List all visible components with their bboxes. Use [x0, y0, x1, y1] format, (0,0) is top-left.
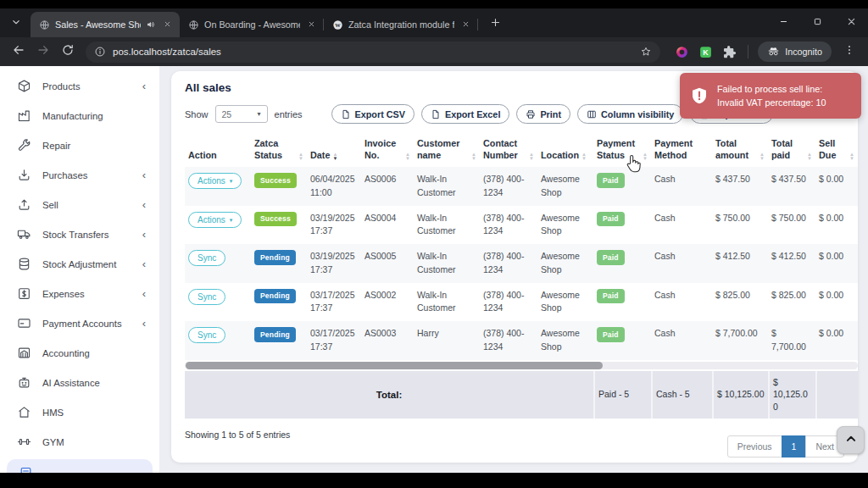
sidebar-item[interactable]: Stock Transfers ‹ — [0, 219, 159, 249]
sort-icon[interactable]: ▲▼ — [849, 152, 854, 160]
browser-tab[interactable]: Sales - Awesome Shop — [31, 12, 180, 37]
row-action-button[interactable]: Sync▾ — [188, 327, 225, 343]
column-header[interactable]: Invoice No. ▲▼ — [361, 137, 414, 167]
sort-icon[interactable]: ▲▼ — [332, 152, 337, 160]
tab-strip: Sales - Awesome Shop On Boarding - Aweso… — [0, 8, 868, 37]
sidebar-item[interactable]: AI Assistance ‹ — [0, 368, 159, 397]
sort-icon[interactable]: ▲▼ — [760, 152, 765, 160]
sidebar-item-label: Products — [42, 81, 81, 92]
reload-button[interactable] — [58, 42, 78, 62]
sidebar-item[interactable]: GYM ‹ — [0, 427, 159, 457]
column-header[interactable]: Customer name ▲▼ — [414, 137, 480, 167]
payment-method-cell: Cash — [651, 244, 712, 283]
sidebar-item[interactable]: Repair ‹ — [0, 130, 159, 160]
sidebar-item-label: Accounting — [42, 348, 90, 358]
customer-cell: Walk-In Customer — [414, 244, 480, 283]
sell-due-cell: $ 0.00 — [815, 206, 858, 245]
pagination: Previous 1 Next — [727, 435, 844, 458]
total-amount-cell: $ 7,700.00 — [712, 321, 768, 360]
export-button[interactable]: Column visibility — [577, 104, 683, 124]
extension-gradient-icon[interactable] — [675, 45, 689, 59]
new-tab-button[interactable] — [485, 14, 505, 34]
info-icon[interactable] — [94, 46, 106, 58]
column-header[interactable]: Action ▲▼ — [185, 149, 251, 167]
column-header[interactable]: Contact Number ▲▼ — [480, 137, 537, 167]
sidebar-item[interactable]: Expenses ‹ — [0, 279, 159, 308]
zatca-status-badge: Pending — [254, 250, 296, 265]
entries-select[interactable]: 25 ▾ — [215, 105, 268, 123]
tab-search-button[interactable] — [7, 14, 25, 33]
browser-tab[interactable]: W Zatca Integration module for U — [324, 12, 478, 37]
tab-close-button[interactable] — [161, 19, 173, 30]
error-toast[interactable]: Failed to process sell line: Invalid VAT… — [680, 73, 861, 119]
export-button[interactable]: Export CSV — [331, 104, 415, 124]
minimize-button[interactable] — [766, 8, 800, 37]
sidebar-item[interactable]: Products ‹ — [0, 71, 159, 101]
row-action-button[interactable]: Actions▾ — [188, 173, 242, 189]
column-header[interactable]: Date ▲▼ — [307, 149, 361, 167]
page-number-button[interactable]: 1 — [782, 435, 807, 458]
column-header[interactable]: Total paid ▲▼ — [768, 137, 815, 167]
export-button[interactable]: Print — [516, 104, 570, 124]
scroll-to-top-button[interactable] — [837, 426, 865, 454]
sidebar-item[interactable]: Manufacturing ‹ — [0, 101, 159, 130]
location-cell: Awesome Shop — [537, 244, 593, 283]
sidebar-item[interactable]: Purchases ‹ — [0, 160, 159, 190]
wordpress-icon: W — [332, 19, 343, 30]
browser-tab[interactable]: On Boarding - Awesome Shop — [180, 12, 324, 37]
maximize-button[interactable] — [800, 8, 834, 37]
column-header[interactable]: Zatca Status ▲▼ — [251, 137, 307, 167]
puzzle-icon[interactable] — [722, 45, 737, 59]
extension-k-icon[interactable]: K — [698, 45, 713, 59]
column-header[interactable]: Payment Method ▲▼ — [651, 137, 712, 167]
table-total-row: Total: Paid - 5 Cash - 5 $ 10,125.00 $ 1… — [185, 371, 858, 419]
row-action-button[interactable]: Actions▾ — [188, 212, 242, 228]
sort-icon[interactable]: ▲▼ — [471, 152, 476, 160]
column-header[interactable]: Payment Status ▲▼ — [593, 137, 651, 167]
row-action-button[interactable]: Sync▾ — [188, 289, 225, 305]
customer-cell: Walk-In Customer — [414, 167, 480, 206]
column-header[interactable]: Total amount ▲▼ — [712, 137, 768, 167]
row-action-button[interactable]: Sync▾ — [188, 250, 225, 266]
zatca-status-badge: Pending — [254, 289, 296, 304]
address-bar[interactable]: pos.localhost/zatca/sales — [86, 42, 660, 63]
export-button[interactable]: Export Excel — [421, 104, 509, 124]
location-cell: Awesome Shop — [537, 167, 593, 206]
contact-cell: (378) 400-1234 — [480, 167, 537, 206]
sort-icon[interactable]: ▲▼ — [807, 152, 812, 160]
sidebar-item[interactable]: Accounting ‹ — [0, 338, 159, 368]
file-icon — [341, 109, 351, 119]
sidebar-item[interactable]: Payment Accounts ‹ — [0, 308, 159, 338]
sidebar-item[interactable]: Sell ‹ — [0, 190, 159, 219]
sort-icon[interactable]: ▲▼ — [529, 152, 534, 160]
tab-close-button[interactable] — [305, 19, 317, 30]
column-header[interactable]: Location ▲▼ — [537, 149, 593, 167]
scrollbar-thumb[interactable] — [186, 362, 603, 369]
menu-button[interactable] — [839, 42, 860, 62]
close-icon — [845, 15, 858, 31]
sales-card: All sales Show 25 ▾ entries Export CSV — [171, 71, 858, 463]
column-header[interactable]: Sell Due ▲▼ — [815, 137, 858, 167]
total-paid-count: Paid - 5 — [593, 371, 651, 419]
sidebar-item-label: Repair — [42, 141, 70, 151]
close-window-button[interactable] — [834, 8, 868, 37]
forward-button[interactable] — [33, 42, 53, 62]
previous-page-button[interactable]: Previous — [727, 435, 782, 458]
bank-icon — [17, 346, 31, 360]
tab-close-button[interactable] — [459, 19, 471, 30]
purchase-icon — [17, 168, 31, 182]
sidebar-item[interactable]: HMS ‹ — [0, 397, 159, 427]
table-row: Sync▾ Pending 03/17/2025 17:37 AS0002 Wa… — [185, 283, 858, 322]
sort-icon[interactable]: ▲▼ — [581, 152, 587, 160]
sidebar-item[interactable]: Stock Adjustment ‹ — [0, 249, 159, 279]
sort-icon[interactable]: ▲▼ — [643, 152, 648, 160]
horizontal-scrollbar[interactable] — [185, 362, 858, 369]
star-icon[interactable] — [640, 46, 652, 58]
customer-cell: Harry — [414, 321, 480, 360]
sort-icon[interactable]: ▲▼ — [298, 152, 303, 160]
sidebar-item-selected[interactable] — [7, 459, 153, 473]
forward-icon — [36, 43, 50, 60]
wrench-icon — [17, 138, 31, 152]
sort-icon[interactable]: ▲▼ — [405, 152, 410, 160]
back-button[interactable] — [8, 42, 29, 62]
